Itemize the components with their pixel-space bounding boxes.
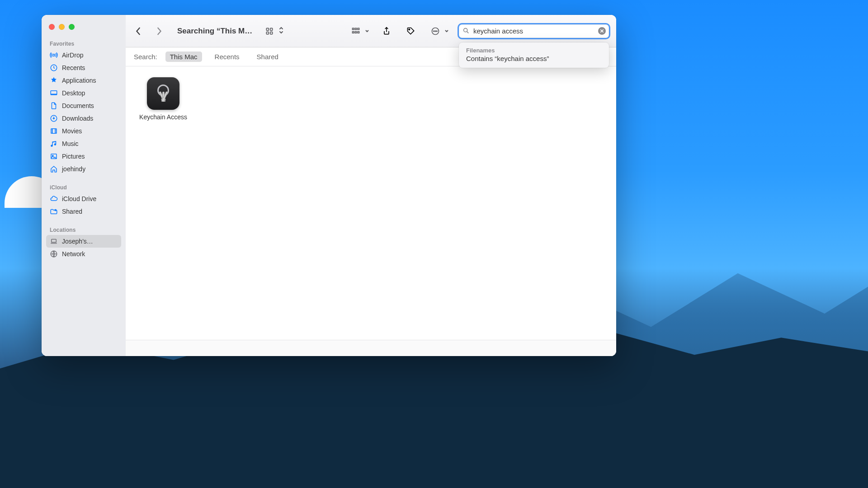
sidebar-item-label: Shared <box>62 208 82 215</box>
share-button[interactable] <box>379 25 394 38</box>
keychain-access-app-icon <box>147 77 179 110</box>
sidebar-item-label: Desktop <box>62 89 85 97</box>
sidebar-item-downloads[interactable]: Downloads <box>46 112 121 125</box>
sidebar-item-shared[interactable]: Shared <box>46 205 121 218</box>
network-icon <box>50 250 58 258</box>
group-by-button[interactable] <box>349 25 369 38</box>
dropdown-suggestion[interactable]: Contains “keychain access” <box>466 55 602 62</box>
svg-point-20 <box>409 29 410 30</box>
scope-shared[interactable]: Shared <box>252 52 283 62</box>
clear-search-button[interactable] <box>598 27 606 35</box>
more-actions-button[interactable] <box>428 25 449 38</box>
sidebar-item-label: Pictures <box>62 153 85 160</box>
svg-rect-8 <box>52 239 57 243</box>
sidebar-item-movies[interactable]: Movies <box>46 125 121 137</box>
desktop-icon <box>50 89 58 97</box>
applications-icon <box>50 76 58 84</box>
sidebar-header-favorites: Favorites <box>46 38 121 49</box>
search-icon <box>462 27 470 36</box>
svg-rect-19 <box>358 31 359 33</box>
scope-this-mac[interactable]: This Mac <box>165 52 202 62</box>
sidebar-item-icloud-drive[interactable]: iCloud Drive <box>46 192 121 205</box>
file-label: Keychain Access <box>139 113 187 121</box>
chevron-down-icon <box>444 27 449 35</box>
sidebar-item-label: iCloud Drive <box>62 195 96 202</box>
clock-icon <box>50 64 58 72</box>
sidebar-item-label: AirDrop <box>62 52 83 59</box>
sidebar-item-airdrop[interactable]: AirDrop <box>46 49 121 61</box>
sidebar-item-label: Recents <box>62 64 85 71</box>
svg-point-24 <box>437 31 438 32</box>
pictures-icon <box>50 152 58 160</box>
svg-rect-16 <box>358 28 359 29</box>
sidebar-item-desktop[interactable]: Desktop <box>46 87 121 99</box>
svg-point-25 <box>464 28 467 32</box>
traffic-lights <box>46 23 121 38</box>
sidebar-item-label: Network <box>62 250 85 258</box>
home-icon <box>50 165 58 173</box>
movies-icon <box>50 127 58 135</box>
laptop-icon <box>50 237 58 245</box>
svg-rect-10 <box>267 28 269 30</box>
sidebar-item-label: Music <box>62 140 79 147</box>
grid-group-icon <box>349 25 363 38</box>
sidebar-item-label: Joseph's… <box>62 238 93 245</box>
zoom-button[interactable] <box>69 24 75 30</box>
tags-button[interactable] <box>404 25 418 38</box>
results-area: Keychain Access <box>126 66 616 340</box>
svg-rect-12 <box>267 32 269 34</box>
file-item-keychain-access[interactable]: Keychain Access <box>134 77 193 121</box>
scope-label: Search: <box>134 53 157 61</box>
sidebar-item-label: joehindy <box>62 165 85 173</box>
sidebar-item-label: Downloads <box>62 115 93 122</box>
cloud-icon <box>50 195 58 203</box>
scope-recents[interactable]: Recents <box>210 52 244 62</box>
finder-window: Favorites AirDrop Recents Applications D… <box>42 15 616 356</box>
desktop-wallpaper: Favorites AirDrop Recents Applications D… <box>0 0 868 488</box>
sidebar-item-label: Applications <box>62 77 96 84</box>
svg-rect-15 <box>355 28 356 29</box>
dropdown-header: Filenames <box>466 47 602 54</box>
svg-rect-11 <box>270 28 273 30</box>
toolbar: Searching “This M… <box>126 15 616 47</box>
music-icon <box>50 140 58 148</box>
sidebar-header-locations: Locations <box>46 224 121 235</box>
svg-rect-4 <box>51 129 57 134</box>
svg-rect-17 <box>353 31 354 33</box>
svg-rect-18 <box>355 31 356 33</box>
shared-folder-icon <box>50 207 58 216</box>
window-title: Searching “This M… <box>177 27 252 36</box>
airdrop-icon <box>50 51 58 59</box>
chevron-up-down-icon <box>278 26 284 36</box>
svg-rect-13 <box>270 32 273 34</box>
svg-point-23 <box>435 31 436 32</box>
back-button[interactable] <box>133 24 144 38</box>
sidebar-item-applications[interactable]: Applications <box>46 74 121 87</box>
close-button[interactable] <box>49 24 55 30</box>
status-bar <box>126 340 616 356</box>
search-suggestions-dropdown: Filenames Contains “keychain access” <box>459 42 609 68</box>
sidebar-item-pictures[interactable]: Pictures <box>46 150 121 163</box>
forward-button[interactable] <box>154 24 165 38</box>
more-icon <box>428 25 443 38</box>
sidebar: Favorites AirDrop Recents Applications D… <box>42 15 126 356</box>
search-input[interactable] <box>459 24 609 38</box>
view-switcher[interactable] <box>262 25 284 38</box>
sidebar-item-documents[interactable]: Documents <box>46 99 121 112</box>
sidebar-item-this-mac[interactable]: Joseph's… <box>46 235 121 248</box>
downloads-icon <box>50 114 58 122</box>
chevron-down-icon <box>365 27 369 35</box>
sidebar-item-music[interactable]: Music <box>46 137 121 150</box>
sidebar-item-recents[interactable]: Recents <box>46 61 121 74</box>
svg-point-22 <box>434 31 434 32</box>
minimize-button[interactable] <box>59 24 65 30</box>
svg-point-0 <box>53 54 55 56</box>
sidebar-header-icloud: iCloud <box>46 182 121 192</box>
document-icon <box>50 102 58 110</box>
sidebar-item-home[interactable]: joehindy <box>46 163 121 175</box>
sidebar-item-network[interactable]: Network <box>46 248 121 260</box>
sidebar-item-label: Documents <box>62 102 94 109</box>
icon-view-icon <box>262 25 277 38</box>
main-pane: Searching “This M… <box>126 15 616 356</box>
search-field-wrapper: Filenames Contains “keychain access” <box>459 24 609 38</box>
